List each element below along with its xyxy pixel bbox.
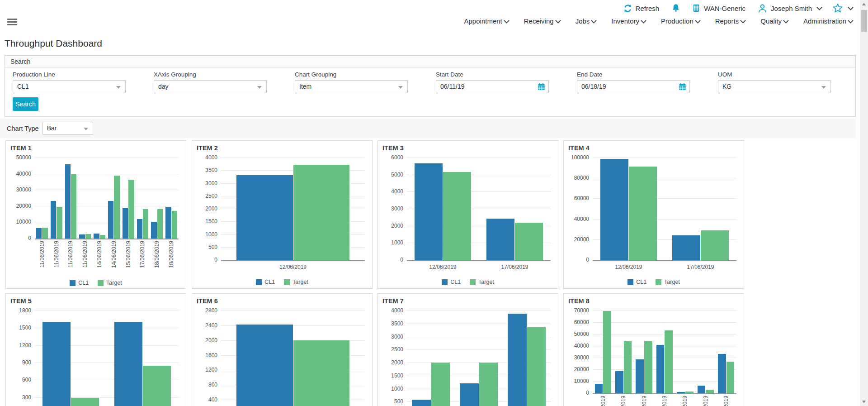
- bar-target[interactable]: [100, 235, 105, 239]
- bar-cl1[interactable]: [137, 219, 142, 239]
- bar-target[interactable]: [629, 167, 657, 260]
- bar-target[interactable]: [128, 180, 134, 239]
- nav-administration[interactable]: Administration: [803, 17, 853, 25]
- bar-target[interactable]: [172, 211, 177, 239]
- bar-target[interactable]: [527, 327, 546, 406]
- bar-cl1[interactable]: [600, 159, 628, 260]
- nav-appointment[interactable]: Appointment: [464, 17, 509, 25]
- bar-cl1[interactable]: [51, 201, 56, 239]
- chart-grouping-select[interactable]: Item: [295, 80, 408, 93]
- menu-toggle-icon[interactable]: [7, 19, 17, 26]
- legend-item-cl1[interactable]: CL1: [70, 280, 89, 286]
- user-menu[interactable]: Joseph Smith: [757, 3, 821, 14]
- bar-cl1[interactable]: [36, 228, 42, 239]
- bar-cl1[interactable]: [42, 322, 71, 406]
- legend-item-cl1[interactable]: CL1: [256, 279, 275, 285]
- bar-cl1[interactable]: [718, 354, 726, 393]
- bar-cl1[interactable]: [508, 314, 526, 406]
- uom-select[interactable]: KG: [718, 80, 831, 93]
- bar-target[interactable]: [644, 341, 652, 393]
- bar-group: [78, 158, 92, 239]
- y-tick-label: 1500: [391, 373, 403, 379]
- bar-cl1[interactable]: [151, 222, 156, 239]
- y-axis: 0100020003000400050006000: [382, 158, 407, 260]
- tenant-selector[interactable]: WAN-Generic: [692, 4, 745, 13]
- bar-target[interactable]: [685, 392, 693, 393]
- bar-target[interactable]: [603, 311, 611, 393]
- nav-jobs[interactable]: Jobs: [576, 17, 596, 25]
- bar-cl1[interactable]: [486, 219, 514, 260]
- bar-cl1[interactable]: [123, 208, 128, 239]
- bar-target[interactable]: [726, 362, 735, 393]
- xaxis-grouping-select[interactable]: day: [154, 80, 267, 93]
- legend-item-target[interactable]: Target: [98, 280, 122, 286]
- bar-target[interactable]: [515, 223, 543, 260]
- search-button[interactable]: Search: [13, 97, 38, 111]
- bar-group: [164, 158, 179, 239]
- nav-receiving[interactable]: Receiving: [524, 17, 560, 25]
- bar-cl1[interactable]: [94, 234, 99, 239]
- bar-target[interactable]: [143, 366, 171, 406]
- bar-target[interactable]: [701, 230, 729, 260]
- bar-target[interactable]: [443, 172, 471, 260]
- nav-production[interactable]: Production: [661, 17, 700, 25]
- calendar-icon[interactable]: [537, 82, 546, 91]
- legend-item-target[interactable]: Target: [284, 279, 308, 285]
- bar-cl1[interactable]: [108, 201, 113, 239]
- bar-target[interactable]: [71, 398, 99, 406]
- calendar-icon[interactable]: [678, 82, 687, 91]
- bar-target[interactable]: [85, 234, 91, 239]
- bar-target[interactable]: [157, 209, 163, 239]
- refresh-button[interactable]: Refresh: [623, 4, 660, 13]
- y-tick-label: 0: [28, 235, 31, 241]
- chart-type-select[interactable]: Bar: [42, 122, 93, 135]
- bar-cl1[interactable]: [698, 386, 706, 393]
- bar-target[interactable]: [706, 390, 714, 393]
- bar-target[interactable]: [293, 165, 349, 260]
- start-date-input[interactable]: 06/11/19: [436, 80, 549, 93]
- legend-item-cl1[interactable]: CL1: [442, 279, 461, 285]
- bar-cl1[interactable]: [236, 325, 292, 406]
- bar-target[interactable]: [143, 209, 148, 239]
- bar-target[interactable]: [293, 340, 349, 406]
- nav-reports[interactable]: Reports: [715, 17, 745, 25]
- bar-cl1[interactable]: [656, 345, 665, 393]
- bar-target[interactable]: [665, 330, 673, 393]
- bar-cl1[interactable]: [636, 359, 644, 393]
- scroll-up-arrow-icon[interactable]: [862, 3, 866, 5]
- end-date-input[interactable]: 06/18/19: [577, 80, 690, 93]
- bar-cl1[interactable]: [415, 163, 443, 260]
- bar-target[interactable]: [479, 363, 498, 406]
- bar-target[interactable]: [57, 207, 62, 239]
- bar-cl1[interactable]: [672, 235, 700, 260]
- scrollbar-thumb[interactable]: [861, 10, 867, 32]
- chart-body: 05001000150020002500300035004000: [197, 158, 368, 261]
- legend-item-target[interactable]: Target: [470, 279, 494, 285]
- legend-item-cl1[interactable]: CL1: [627, 279, 646, 285]
- bar-cl1[interactable]: [412, 400, 430, 406]
- favorites-menu[interactable]: [832, 3, 853, 14]
- bar-target[interactable]: [431, 363, 450, 406]
- bar-cl1[interactable]: [595, 384, 603, 393]
- chart-title: ITEM 8: [568, 297, 739, 305]
- legend-item-target[interactable]: Target: [656, 279, 680, 285]
- bar-target[interactable]: [114, 176, 119, 239]
- bar-cl1[interactable]: [615, 371, 623, 393]
- scroll-down-arrow-icon[interactable]: [862, 401, 866, 403]
- search-panel-title: Search: [5, 56, 855, 68]
- bar-target[interactable]: [42, 228, 47, 239]
- bar-cl1[interactable]: [165, 207, 171, 239]
- bar-cl1[interactable]: [114, 322, 142, 406]
- nav-quality[interactable]: Quality: [760, 17, 788, 25]
- bar-cl1[interactable]: [460, 383, 478, 406]
- vertical-scrollbar[interactable]: [860, 0, 868, 406]
- bar-cl1[interactable]: [79, 234, 85, 239]
- notifications-button[interactable]: [671, 3, 681, 13]
- bar-cl1[interactable]: [236, 175, 292, 260]
- bar-cl1[interactable]: [65, 164, 71, 239]
- nav-inventory[interactable]: Inventory: [611, 17, 646, 25]
- bar-cl1[interactable]: [677, 392, 685, 393]
- bar-target[interactable]: [624, 341, 632, 393]
- bar-target[interactable]: [71, 174, 76, 239]
- production-line-select[interactable]: CL1: [13, 80, 126, 93]
